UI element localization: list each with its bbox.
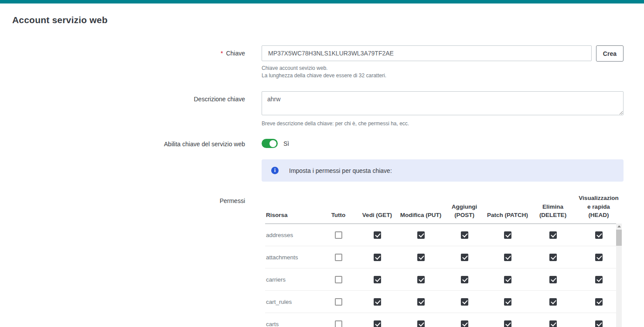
info-icon: i [271,167,279,174]
key-field-area: Crea Chiave account sevizio web. La lung… [262,45,624,80]
table-scrollbar[interactable] [616,224,622,327]
checkbox-delete[interactable] [549,254,557,261]
checkbox-get[interactable] [374,298,381,306]
header-put: Modifica (PUT) [398,193,444,224]
checkbox-put[interactable] [417,298,425,306]
resource-name: attachments [265,246,320,268]
permissions-table-wrap: Risorsa Tutto Vedi (GET) Modifica (PUT) … [265,193,622,327]
resource-name: carriers [265,268,320,291]
key-input[interactable] [262,45,592,61]
checkbox-patch[interactable] [504,320,511,327]
checkbox-head[interactable] [595,231,603,239]
permissions-table-area: Risorsa Tutto Vedi (GET) Modifica (PUT) … [262,193,624,327]
checkbox-all[interactable] [335,276,342,283]
description-form-row: Descrizione chiave ahrw Breve descrizion… [12,91,632,127]
table-row: carriers [265,268,622,291]
header-get: Vedi (GET) [357,193,398,224]
info-banner-spacer [12,159,245,163]
header-delete: Elimina (DELETE) [530,193,576,224]
header-resource: Risorsa [265,193,320,224]
checkbox-all[interactable] [335,254,342,261]
info-banner-text: Imposta i permessi per questa chiave: [289,167,392,174]
info-banner-row: i Imposta i permessi per questa chiave: [12,159,632,182]
checkbox-get[interactable] [374,231,381,239]
table-row: carts [265,313,622,327]
toggle-state-label: Sì [283,140,289,147]
description-label: Descrizione chiave [12,91,245,103]
header-head: Visualizzazione rapida (HEAD) [576,193,622,224]
checkbox-head[interactable] [595,320,603,327]
generate-key-button[interactable]: Crea [596,45,624,62]
checkbox-post[interactable] [461,320,468,327]
checkbox-all[interactable] [335,231,342,239]
key-description-textarea[interactable]: ahrw [262,91,624,115]
table-row: attachments [265,246,622,268]
header-all: Tutto [320,193,357,224]
toggle-knob [269,140,276,147]
checkbox-delete[interactable] [549,231,557,239]
permissions-label: Permessi [12,193,245,205]
description-help-text: Breve descrizione della chiave: per chi … [262,120,624,127]
resource-name: addresses [265,224,320,246]
permissions-form-row: Permessi Risorsa Tutto Vedi (GET) [12,193,632,327]
checkbox-all[interactable] [335,320,342,327]
enable-field-area: Sì [262,139,624,148]
checkbox-post[interactable] [461,231,468,239]
scrollbar-thumb[interactable] [616,230,622,246]
key-help-line-2: La lunghezza della chiave deve essere di… [262,72,624,79]
checkbox-patch[interactable] [504,298,511,306]
table-row: addresses [265,224,622,246]
webservice-account-form: *Chiave Crea Chiave account sevizio web.… [12,45,632,327]
info-banner-area: i Imposta i permessi per questa chiave: [262,159,624,182]
top-accent-bar [0,0,644,3]
checkbox-get[interactable] [374,320,381,327]
enable-form-row: Abilita chiave del servizio web Sì [12,139,632,148]
checkbox-all[interactable] [335,298,342,306]
enable-key-toggle[interactable] [262,139,278,148]
checkbox-put[interactable] [417,320,425,327]
checkbox-post[interactable] [461,254,468,261]
enable-label: Abilita chiave del servizio web [12,139,245,148]
checkbox-head[interactable] [595,254,603,261]
resource-name: cart_rules [265,291,320,313]
header-patch: Patch (PATCH) [485,193,530,224]
header-post: Aggiungi (POST) [444,193,485,224]
checkbox-put[interactable] [417,254,425,261]
checkbox-head[interactable] [595,298,603,306]
checkbox-patch[interactable] [504,254,511,261]
table-row: cart_rules [265,291,622,313]
checkbox-delete[interactable] [549,320,557,327]
permissions-header-row: Risorsa Tutto Vedi (GET) Modifica (PUT) … [265,193,622,224]
key-help-line-1: Chiave account sevizio web. [262,65,624,72]
page-title: Account servizio web [12,15,632,25]
description-field-area: ahrw Breve descrizione della chiave: per… [262,91,624,127]
resource-name: carts [265,313,320,327]
info-banner: i Imposta i permessi per questa chiave: [262,159,624,182]
checkbox-patch[interactable] [504,231,511,239]
key-label-text: Chiave [226,50,245,57]
scrollbar-up-arrow-icon[interactable] [616,224,622,229]
checkbox-delete[interactable] [549,298,557,306]
checkbox-post[interactable] [461,298,468,306]
checkbox-put[interactable] [417,231,425,239]
permissions-table: Risorsa Tutto Vedi (GET) Modifica (PUT) … [265,193,622,327]
checkbox-head[interactable] [595,276,603,283]
checkbox-delete[interactable] [549,276,557,283]
required-asterisk: * [221,50,223,57]
key-help-text: Chiave account sevizio web. La lunghezza… [262,65,624,80]
webservice-account-page: Account servizio web *Chiave Crea Chiave… [0,3,644,327]
checkbox-post[interactable] [461,276,468,283]
key-form-row: *Chiave Crea Chiave account sevizio web.… [12,45,632,80]
key-label: *Chiave [12,45,245,57]
checkbox-get[interactable] [374,254,381,261]
checkbox-get[interactable] [374,276,381,283]
checkbox-patch[interactable] [504,276,511,283]
checkbox-put[interactable] [417,276,425,283]
